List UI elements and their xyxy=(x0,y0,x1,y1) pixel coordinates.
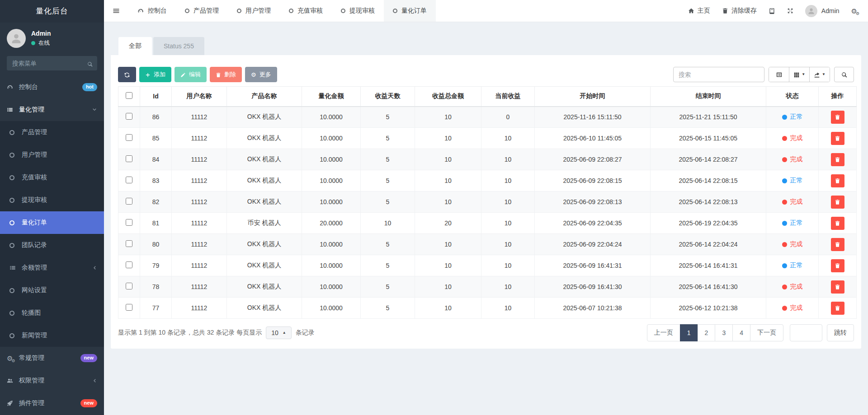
page-button-3[interactable]: 3 xyxy=(715,324,733,341)
row-delete-button[interactable] xyxy=(831,302,844,315)
cell-days: 5 xyxy=(361,298,415,319)
sidebar-item-提现审核[interactable]: 提现审核 xyxy=(0,189,104,211)
table-search-input[interactable] xyxy=(673,67,764,82)
filter-tab-Status 255[interactable]: Status 255 xyxy=(153,37,204,55)
row-checkbox[interactable] xyxy=(126,219,132,226)
column-header[interactable]: 量化金额 xyxy=(302,87,361,107)
jump-page-input[interactable] xyxy=(790,324,822,341)
menu-badge: hot xyxy=(82,83,97,91)
delete-button[interactable]: 删除 xyxy=(210,67,242,82)
cell-id: 78 xyxy=(140,276,172,298)
row-checkbox[interactable] xyxy=(126,240,132,247)
prev-page-button[interactable]: 上一页 xyxy=(647,324,680,341)
page-button-1[interactable]: 1 xyxy=(680,324,698,341)
row-checkbox[interactable] xyxy=(126,113,132,120)
clear-cache-link[interactable]: 清除缓存 xyxy=(722,7,757,15)
sidebar-item-团队记录[interactable]: 团队记录 xyxy=(0,234,104,256)
sidebar-item-量化管理[interactable]: 量化管理 xyxy=(0,98,104,121)
top-tab-产品管理[interactable]: 产品管理 xyxy=(176,0,228,22)
row-delete-button[interactable] xyxy=(831,196,844,209)
select-all-checkbox[interactable] xyxy=(126,92,132,99)
column-header[interactable]: 状态 xyxy=(766,87,819,107)
sidebar-item-用户管理[interactable]: 用户管理 xyxy=(0,144,104,166)
column-header[interactable]: 当前收益 xyxy=(481,87,535,107)
sidebar-item-权限管理[interactable]: 权限管理 xyxy=(0,369,104,392)
sidebar-item-充值审核[interactable]: 充值审核 xyxy=(0,166,104,189)
row-delete-button[interactable] xyxy=(831,217,844,230)
row-delete-button[interactable] xyxy=(831,111,844,124)
column-header[interactable]: 结束时间 xyxy=(651,87,766,107)
columns-button[interactable]: ▼ xyxy=(789,67,809,82)
cell-start: 2025-06-09 16:41:31 xyxy=(535,255,651,276)
sidebar-item-余额管理[interactable]: 余额管理 xyxy=(0,256,104,279)
top-tab-控制台[interactable]: 控制台 xyxy=(128,0,176,22)
detail-view-button[interactable] xyxy=(769,67,789,82)
edit-button[interactable]: 编辑 xyxy=(175,67,207,82)
sidebar-item-量化订单[interactable]: 量化订单 xyxy=(0,211,104,234)
sidebar-item-产品管理[interactable]: 产品管理 xyxy=(0,121,104,144)
row-delete-button[interactable] xyxy=(831,174,844,187)
jump-button[interactable]: 跳转 xyxy=(827,324,854,341)
row-checkbox[interactable] xyxy=(126,134,132,141)
avatar xyxy=(7,29,26,48)
column-header[interactable]: 产品名称 xyxy=(227,87,302,107)
sidebar-item-网站设置[interactable]: 网站设置 xyxy=(0,279,104,302)
settings-gears-icon[interactable]: ⚙⚙ xyxy=(851,8,857,14)
status-badge: 正常 xyxy=(782,261,803,270)
row-checkbox[interactable] xyxy=(126,198,132,205)
sidebar-item-轮播图[interactable]: 轮播图 xyxy=(0,302,104,324)
top-tab-充值审核[interactable]: 充值审核 xyxy=(280,0,332,22)
fullscreen-icon[interactable] xyxy=(787,8,793,14)
top-tab-量化订单[interactable]: 量化订单 xyxy=(384,0,436,22)
export-button[interactable]: ▼ xyxy=(809,67,830,82)
row-delete-button[interactable] xyxy=(831,153,844,166)
next-page-button[interactable]: 下一页 xyxy=(750,324,783,341)
page-button-2[interactable]: 2 xyxy=(698,324,716,341)
status-dot xyxy=(782,115,787,120)
page-button-4[interactable]: 4 xyxy=(732,324,750,341)
sidebar-item-label: 权限管理 xyxy=(19,377,44,385)
row-checkbox[interactable] xyxy=(126,155,132,162)
column-header[interactable]: Id xyxy=(140,87,172,107)
clear-cache-label: 清除缓存 xyxy=(731,7,757,15)
column-header[interactable]: 收益总金额 xyxy=(415,87,481,107)
cell-product: OKX 机器人 xyxy=(227,298,302,319)
sidebar-item-控制台[interactable]: 控制台hot xyxy=(0,76,104,98)
circle-icon xyxy=(393,9,397,13)
row-checkbox[interactable] xyxy=(126,304,132,311)
cell-total: 10 xyxy=(415,191,481,213)
row-delete-button[interactable] xyxy=(831,132,844,145)
more-button[interactable]: ⚙更多 xyxy=(245,67,277,82)
row-checkbox[interactable] xyxy=(126,283,132,289)
cell-amount: 10.0000 xyxy=(302,255,361,276)
top-tab-用户管理[interactable]: 用户管理 xyxy=(228,0,280,22)
cell-product: 币安 机器人 xyxy=(227,213,302,234)
sidebar-toggle-button[interactable] xyxy=(104,0,128,22)
sidebar-item-常规管理[interactable]: ⚙⚙常规管理new xyxy=(0,347,104,369)
row-checkbox[interactable] xyxy=(126,177,132,183)
row-checkbox[interactable] xyxy=(126,261,132,268)
column-header[interactable]: 开始时间 xyxy=(535,87,651,107)
refresh-button[interactable] xyxy=(118,67,136,82)
search-button[interactable] xyxy=(834,67,854,82)
sidebar-item-插件管理[interactable]: 插件管理new xyxy=(0,392,104,415)
nav-user[interactable]: Admin xyxy=(805,5,840,17)
sidebar-item-新闻管理[interactable]: 新闻管理 xyxy=(0,324,104,347)
list-icon xyxy=(9,265,16,271)
row-delete-button[interactable] xyxy=(831,259,844,272)
log-icon[interactable] xyxy=(769,8,775,14)
column-header[interactable]: 操作 xyxy=(819,87,857,107)
page-size-select[interactable]: 10 ▲ xyxy=(266,326,292,339)
filter-tab-全部[interactable]: 全部 xyxy=(118,37,152,55)
top-tab-提现审核[interactable]: 提现审核 xyxy=(332,0,384,22)
home-link[interactable]: 主页 xyxy=(688,7,710,15)
row-delete-button[interactable] xyxy=(831,280,844,294)
table-row: 7811112OKX 机器人10.0000510102025-06-09 16:… xyxy=(118,276,857,298)
fullscreen-icon xyxy=(787,8,793,14)
column-header[interactable]: 用户名称 xyxy=(172,87,227,107)
column-header[interactable]: 收益天数 xyxy=(361,87,415,107)
add-button[interactable]: 添加 xyxy=(139,67,171,82)
row-delete-button[interactable] xyxy=(831,238,844,251)
sidebar-search-input[interactable] xyxy=(7,56,97,70)
top-tab-label: 用户管理 xyxy=(245,7,271,15)
